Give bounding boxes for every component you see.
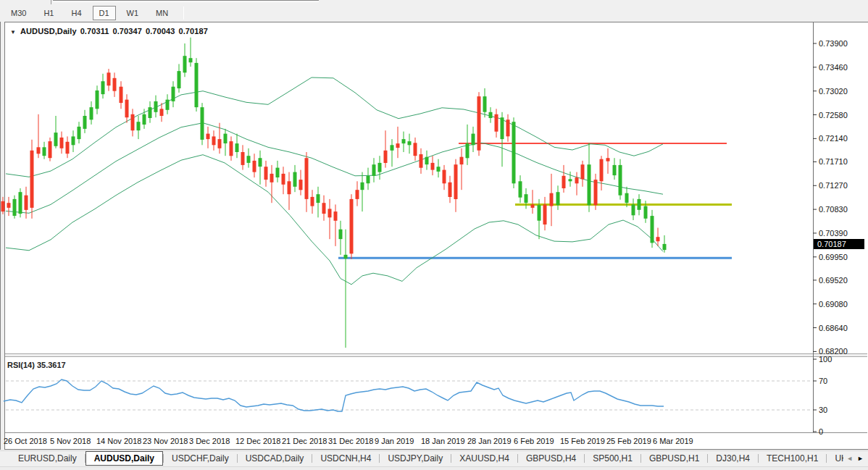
tabs-scroll-right-icon[interactable]: ► [857, 452, 864, 465]
timeframe-h1-button[interactable]: H1 [37, 6, 60, 20]
toolbar-separator [183, 7, 184, 20]
tabs-scroll-left-icon[interactable]: ◄ [846, 452, 853, 465]
chart-symbol-label: AUDUSD,Daily [20, 27, 77, 35]
chart-title: ▼AUDUSD,Daily0.703110.703470.700430.7018… [10, 27, 208, 35]
tab-audusd-daily[interactable]: AUDUSD,Daily [85, 451, 163, 466]
chart-window[interactable] [4, 22, 868, 450]
quote-close: 0.70187 [178, 27, 207, 35]
timeframe-h4-button[interactable]: H4 [64, 6, 88, 20]
tab-gbpusd-h4[interactable]: GBPUSD,H4 [518, 452, 584, 466]
timeframe-toolbar: M30 H1 H4 D1 W1 MN [0, 4, 868, 22]
quote-high: 0.70347 [113, 27, 142, 35]
timeframe-w1-button[interactable]: W1 [120, 6, 146, 20]
tab-usdchf-daily[interactable]: USDCHF,Daily [164, 452, 237, 466]
tab-gbpusd-h1[interactable]: GBPUSD,H1 [641, 452, 707, 466]
quote-low: 0.70043 [146, 27, 175, 35]
tab-dj30-h4[interactable]: DJ30,H4 [708, 452, 758, 466]
workspace-left-edge [0, 22, 1, 450]
tab-eurusd-daily[interactable]: EURUSD,Daily [10, 452, 85, 466]
symbol-tab-bar: EURUSD,Daily AUDUSD,Daily USDCHF,Daily U… [0, 450, 868, 466]
tab-scroll-controls: ◄ ► [843, 452, 867, 465]
tab-usdjpy-daily[interactable]: USDJPY,Daily [380, 452, 451, 466]
quote-open: 0.70311 [80, 27, 109, 35]
status-bar [0, 466, 868, 470]
tab-usdcad-daily[interactable]: USDCAD,Daily [238, 452, 312, 466]
timeframe-m30-button[interactable]: M30 [4, 6, 33, 20]
rsi-indicator-label: RSI(14) 35.3617 [7, 361, 66, 369]
tab-xauusd-h4[interactable]: XAUUSD,H4 [451, 452, 517, 466]
tab-usdcnh-h4[interactable]: USDCNH,H4 [312, 452, 379, 466]
timeframe-mn-button[interactable]: MN [149, 6, 175, 20]
chart-dropdown-icon[interactable]: ▼ [10, 29, 16, 35]
toolbar-groove [53, 0, 319, 2]
tab-tech100-h1[interactable]: TECH100,H1 [759, 452, 826, 466]
timeframe-d1-button[interactable]: D1 [93, 6, 116, 20]
tab-sp500-h1[interactable]: SP500,H1 [585, 452, 640, 466]
current-price-tag: 0.70187 [814, 239, 864, 249]
